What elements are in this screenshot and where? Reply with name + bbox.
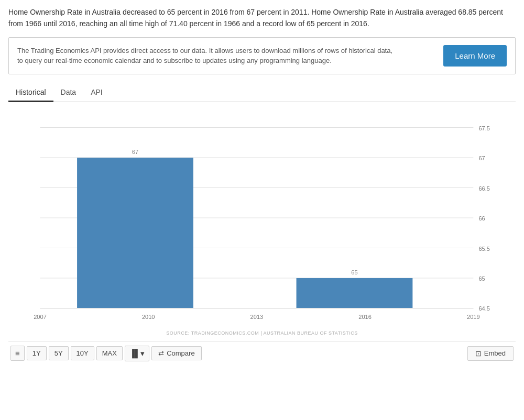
source-text: SOURCE: TRADINGECONOMICS.COM | AUSTRALIA…: [8, 330, 516, 336]
embed-label: Embed: [484, 349, 506, 357]
api-banner-text: The Trading Economics API provides direc…: [17, 46, 395, 66]
tab-historical[interactable]: Historical: [8, 84, 53, 102]
embed-icon: ⊡: [475, 349, 482, 358]
filter-icon-button[interactable]: ≡: [10, 346, 25, 361]
tab-api[interactable]: API: [83, 84, 110, 102]
y-label-66-5: 66.5: [478, 185, 490, 191]
5y-button[interactable]: 5Y: [49, 346, 69, 360]
y-label-65: 65: [478, 275, 485, 282]
bar-label-2010: 67: [132, 149, 138, 155]
description-text: Home Ownership Rate in Australia decreas…: [8, 6, 516, 30]
tabs-row: Historical Data API: [8, 84, 516, 102]
x-label-2007: 2007: [34, 313, 47, 319]
y-label-65-5: 65.5: [478, 245, 490, 251]
tab-data[interactable]: Data: [53, 84, 84, 102]
x-label-2010: 2010: [142, 313, 155, 319]
bar-2010: [77, 158, 193, 308]
10y-button[interactable]: 10Y: [71, 346, 94, 360]
compare-label: Compare: [167, 349, 194, 357]
toolbar-left: ≡ 1Y 5Y 10Y MAX ▐▌▾ ⇄ Compare: [10, 346, 202, 361]
y-label-66: 66: [478, 215, 485, 222]
learn-more-button[interactable]: Learn More: [443, 45, 507, 67]
x-label-2013: 2013: [250, 313, 264, 319]
api-banner: The Trading Economics API provides direc…: [8, 37, 516, 74]
compare-icon: ⇄: [158, 349, 164, 357]
bar-2016: [297, 278, 413, 308]
x-label-2019: 2019: [467, 313, 480, 319]
chart-type-button[interactable]: ▐▌▾: [125, 346, 149, 361]
embed-button[interactable]: ⊡ Embed: [467, 346, 514, 361]
chart-type-icon: ▐▌▾: [129, 349, 145, 358]
bar-label-2016: 65: [351, 269, 357, 275]
main-container: Home Ownership Rate in Australia decreas…: [0, 0, 524, 372]
y-label-64-5: 64.5: [478, 305, 490, 312]
bar-chart: 67.5 67 66.5 66 65.5 65 64.5 2007 2010 2…: [8, 107, 516, 327]
max-button[interactable]: MAX: [96, 346, 123, 360]
compare-button[interactable]: ⇄ Compare: [151, 346, 201, 360]
bottom-toolbar: ≡ 1Y 5Y 10Y MAX ▐▌▾ ⇄ Compare ⊡ Embed: [8, 341, 516, 366]
chart-area: 67.5 67 66.5 66 65.5 65 64.5 2007 2010 2…: [8, 107, 516, 327]
1y-button[interactable]: 1Y: [27, 346, 47, 360]
x-label-2016: 2016: [358, 313, 372, 319]
y-label-67: 67: [478, 155, 485, 161]
y-label-67-5: 67.5: [478, 125, 490, 131]
